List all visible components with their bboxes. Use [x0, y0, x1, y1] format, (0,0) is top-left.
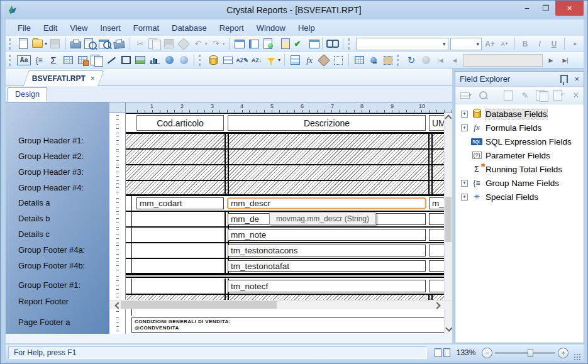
- insert-chart-icon[interactable]: [148, 54, 161, 67]
- scroll-up-icon[interactable]: [445, 114, 452, 121]
- verify-database-icon[interactable]: ✔: [291, 38, 304, 50]
- field-box-tm-testonotafat[interactable]: tm_testonotafat: [228, 260, 426, 272]
- section-group-header-3[interactable]: Group Header #3:· · · · ·: [6, 165, 109, 181]
- redo-icon[interactable]: ↷: [209, 38, 222, 50]
- stop-icon[interactable]: [419, 54, 432, 67]
- browse-data-icon[interactable]: [477, 89, 489, 102]
- vertical-ruler[interactable]: [109, 113, 126, 134]
- toolbar-grip[interactable]: [348, 38, 352, 50]
- design-view-icon[interactable]: [435, 348, 441, 357]
- save-icon[interactable]: [49, 38, 62, 50]
- format-grid-icon[interactable]: [353, 54, 365, 67]
- toggle-field-view-icon[interactable]: [248, 38, 260, 50]
- document-tab-close-icon[interactable]: ×: [91, 74, 95, 83]
- toolbar-grip[interactable]: [9, 55, 13, 66]
- nav-prev-icon[interactable]: ◀: [448, 54, 461, 67]
- nav-last-icon[interactable]: ▶|: [559, 54, 572, 67]
- tree-item-special-fields[interactable]: + ✳ Special Fields: [457, 190, 582, 204]
- horizontal-ruler[interactable]: 1 2 3 4 5 6 7 8 9 10: [126, 102, 452, 113]
- duplicate-field-icon[interactable]: [536, 89, 548, 102]
- format-painter-icon[interactable]: [177, 38, 190, 50]
- tree-item-database-fields[interactable]: + Database Fields: [457, 107, 582, 121]
- select-expert-dropdown-icon[interactable]: ▾: [278, 57, 280, 63]
- section-group-footer-4a[interactable]: Group Footer #4a:· · · · ·: [6, 243, 109, 259]
- tree-item-parameter-fields[interactable]: (?) Parameter Fields: [457, 148, 582, 162]
- open-dropdown-icon[interactable]: ▾: [45, 41, 47, 47]
- export-icon[interactable]: [113, 38, 126, 50]
- print-preview-icon[interactable]: [84, 38, 97, 50]
- section-page-footer-a[interactable]: Page Footer a: [6, 316, 109, 334]
- field-box-condizioni-text[interactable]: CONDIZIONI GENERALI DI VENDITA: @CONDVEN…: [131, 317, 452, 333]
- nav-first-icon[interactable]: |◀: [434, 54, 447, 67]
- field-box-mm-codart[interactable]: mm_codart: [136, 197, 224, 209]
- formula-workshop-icon[interactable]: fx: [303, 54, 316, 67]
- section-details-c[interactable]: Details c: [6, 228, 109, 243]
- resize-grip[interactable]: [574, 353, 581, 361]
- insert-box-icon[interactable]: [119, 54, 132, 67]
- redo-dropdown-icon[interactable]: ▾: [223, 41, 225, 47]
- insert-group-icon[interactable]: {≡: [33, 54, 45, 67]
- edit-field-icon[interactable]: ✎: [519, 89, 531, 102]
- highlighting-expert-icon[interactable]: [382, 54, 394, 67]
- menu-format[interactable]: Format: [128, 21, 165, 35]
- field-box-header-descrizione[interactable]: Descrizione: [228, 115, 426, 131]
- field-box-tm-testonotacons[interactable]: tm_testonotacons: [228, 245, 426, 256]
- report-wizard-icon[interactable]: [277, 38, 289, 50]
- grow-font-icon[interactable]: A+: [484, 38, 496, 50]
- toolbar-grip[interactable]: [199, 55, 202, 66]
- scroll-right-icon[interactable]: [433, 302, 440, 309]
- menu-database[interactable]: Database: [166, 21, 213, 35]
- zoom-out-button[interactable]: −: [482, 348, 492, 358]
- pin-icon[interactable]: [560, 75, 568, 83]
- preview-view-icon[interactable]: [443, 348, 450, 357]
- maximize-button[interactable]: ❐: [536, 1, 555, 16]
- tree-item-running-total-fields[interactable]: Σ✱ Running Total Fields: [457, 162, 582, 176]
- section-group-header-2[interactable]: Group Header #2:· · · ·: [6, 150, 109, 165]
- nav-next-icon[interactable]: ▶: [545, 54, 557, 67]
- menu-view[interactable]: View: [64, 21, 93, 35]
- menu-window[interactable]: Window: [251, 21, 291, 35]
- tree-item-group-name-fields[interactable]: + {≡ Group Name Fields: [457, 176, 582, 190]
- refresh-icon[interactable]: ↻: [405, 54, 418, 67]
- horizontal-scrollbar[interactable]: [109, 300, 452, 309]
- database-expert-icon[interactable]: [207, 54, 219, 67]
- open-report-icon[interactable]: [31, 38, 44, 50]
- insert-summary-icon[interactable]: Σ: [47, 54, 60, 67]
- expand-icon[interactable]: +: [461, 194, 468, 201]
- toolbar-grip[interactable]: [9, 38, 13, 50]
- insert-line-icon[interactable]: [105, 54, 118, 67]
- scroll-down-icon[interactable]: [445, 324, 452, 331]
- font-size-dropdown-icon[interactable]: ▾: [477, 41, 480, 47]
- section-expert-icon[interactable]: [289, 54, 301, 67]
- group-expert-icon[interactable]: [221, 54, 234, 67]
- toolbar-overflow-icon[interactable]: »: [569, 38, 581, 50]
- section-group-header-4[interactable]: Group Header #4:: [6, 181, 109, 196]
- tab-design[interactable]: Design: [8, 87, 47, 102]
- section-group-footer-4b[interactable]: Group Footer #4b:· · ·: [6, 259, 109, 274]
- section-details-b[interactable]: Details b: [6, 212, 109, 228]
- zoom-slider[interactable]: [495, 352, 555, 354]
- field-box-tm-notecf[interactable]: tm_notecf: [228, 280, 426, 292]
- new-report-icon[interactable]: [17, 38, 30, 50]
- toolbar-grip[interactable]: [397, 55, 401, 66]
- nav-record-field[interactable]: [463, 54, 543, 67]
- zoom-in-button[interactable]: +: [558, 348, 569, 358]
- menu-insert[interactable]: Insert: [94, 21, 126, 35]
- field-box-mm-note[interactable]: mm_note: [228, 229, 426, 241]
- paste-icon[interactable]: [163, 38, 175, 50]
- zoom-slider-thumb[interactable]: [528, 349, 533, 357]
- insert-fields-icon[interactable]: [262, 38, 275, 50]
- expand-icon[interactable]: +: [461, 180, 468, 187]
- section-details-a[interactable]: Details a: [6, 196, 109, 212]
- new-field-icon[interactable]: [502, 89, 514, 102]
- section-group-footer-1[interactable]: Group Footer #1:· ·: [6, 279, 109, 295]
- menu-edit[interactable]: Edit: [38, 21, 63, 35]
- tree-item-formula-fields[interactable]: + fx Formula Fields: [457, 121, 582, 135]
- field-box-header-codarticolo[interactable]: Cod.articolo: [136, 115, 224, 131]
- insert-picture-icon[interactable]: [134, 54, 147, 67]
- insert-flash-icon[interactable]: [177, 54, 190, 67]
- insert-cross-tab-icon[interactable]: [62, 54, 74, 67]
- field-explorer-close-icon[interactable]: ×: [574, 74, 579, 84]
- record-sort-expert-icon[interactable]: AZ↓: [250, 54, 263, 67]
- minimize-button[interactable]: –: [518, 1, 536, 16]
